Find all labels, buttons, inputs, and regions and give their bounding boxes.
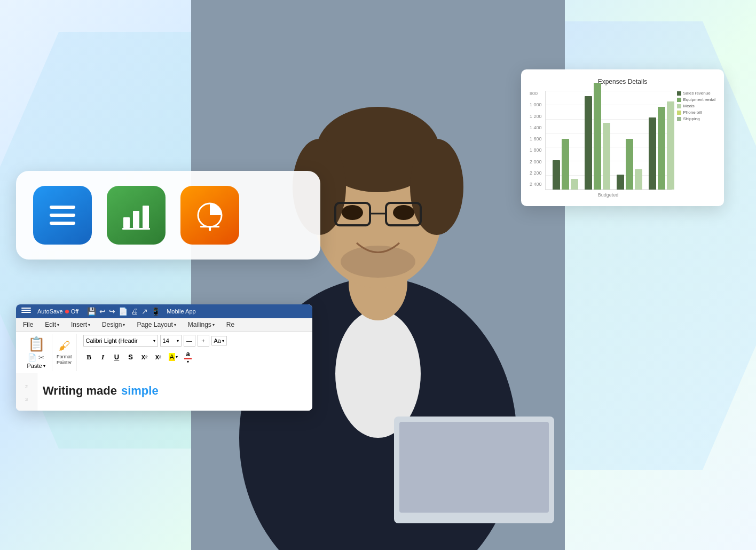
aa-label: Aa	[214, 337, 221, 344]
menu-design-arrow: ▾	[123, 323, 125, 327]
menu-mailings-arrow: ▾	[212, 323, 215, 327]
scissors-icon[interactable]: ✂	[38, 353, 44, 362]
powerpoint-app-icon[interactable]	[180, 186, 239, 245]
legend-phone: Phone bill	[677, 110, 715, 115]
menu-review-label: Re	[226, 321, 234, 328]
legend-label-equipment: Equipment rental	[683, 97, 715, 102]
print-icon[interactable]: 🖨	[131, 307, 138, 316]
bar-1-1	[553, 160, 560, 190]
svg-rect-16	[50, 206, 75, 209]
menu-bar: File Edit ▾ Insert ▾ Design ▾ Page Layou…	[16, 318, 312, 332]
menu-edit-label: Edit	[45, 321, 56, 328]
chart-panel: Expenses Details 2 400 2 200 2 000 1 800…	[521, 69, 724, 206]
share-icon[interactable]: ↗	[141, 307, 148, 316]
chart-bars-area: Budgeted	[545, 91, 672, 198]
subscript-btn[interactable]: X2	[139, 351, 151, 363]
font-color-a: a	[186, 350, 190, 358]
bold-btn[interactable]: B	[83, 351, 95, 363]
paste-arrow[interactable]: ▾	[43, 364, 45, 368]
font-color-btn[interactable]: a ▾	[182, 349, 194, 365]
svg-rect-24	[200, 226, 219, 227]
font-size-selector[interactable]: 14 ▾	[160, 335, 182, 347]
menu-page-layout[interactable]: Page Layout ▾	[135, 320, 177, 329]
bar-1-2	[562, 139, 569, 190]
redo-icon[interactable]: ↪	[109, 307, 115, 316]
mobile-icon[interactable]: 📱	[151, 307, 160, 316]
writing-text: Writing made simple	[43, 384, 302, 398]
bar-3-3	[635, 169, 642, 190]
format-painter-icon[interactable]: 🖌	[58, 339, 70, 353]
font-row2: B I U S X2 X2 A ▾ a	[83, 349, 227, 365]
chart-grid	[545, 91, 672, 190]
font-size-value: 14	[163, 337, 169, 344]
superscript-btn[interactable]: X2	[153, 351, 164, 363]
menu-design[interactable]: Design ▾	[100, 320, 127, 329]
mobile-app-button[interactable]: Mobile App	[167, 308, 195, 315]
main-scene: AutoSave Off 💾 ↩ ↪ 📄 🖨 ↗ 📱 Mobile App Fi…	[0, 0, 756, 550]
menu-insert[interactable]: Insert ▾	[69, 320, 92, 329]
new-doc-icon[interactable]: 📄	[119, 307, 128, 316]
svg-point-12	[342, 205, 363, 220]
font-name-arrow: ▾	[153, 339, 155, 343]
undo-icon[interactable]: ↩	[99, 307, 106, 316]
menu-file[interactable]: File	[21, 320, 35, 329]
app-icons-panel	[16, 171, 320, 260]
font-size-arrow: ▾	[177, 339, 179, 343]
excel-app-icon[interactable]	[107, 186, 166, 245]
change-case-btn[interactable]: Aa ▾	[211, 336, 227, 345]
bar-group-1	[553, 139, 578, 190]
bar-group-4	[649, 101, 674, 190]
copy-icon[interactable]: 📄	[28, 353, 36, 362]
legend-dot-sales	[677, 91, 681, 96]
paste-icon[interactable]: 📋	[28, 336, 45, 352]
bar-2-1	[585, 96, 592, 190]
legend-equipment: Equipment rental	[677, 97, 715, 102]
bar-3-1	[617, 175, 624, 190]
paste-area: 📋 📄 ✂ Paste ▾	[20, 334, 52, 371]
legend-label-shipping: Shipping	[683, 116, 700, 121]
bar-4-2	[658, 107, 665, 190]
menu-review[interactable]: Re	[225, 320, 236, 329]
toolbar-title-bar: AutoSave Off 💾 ↩ ↪ 📄 🖨 ↗ 📱 Mobile App	[16, 304, 312, 318]
font-name-value: Calibri Light (Headir	[86, 337, 138, 344]
format-painter-label: FormatPainter	[57, 354, 72, 366]
word-app-icon[interactable]	[33, 186, 92, 245]
bar-2-2	[594, 83, 601, 190]
highlight-icon: A	[169, 353, 176, 361]
chart-area: 2 400 2 200 2 000 1 800 1 600 1 400 1 20…	[530, 91, 715, 198]
bar-1-3	[571, 179, 578, 190]
menu-mailings[interactable]: Mailings ▾	[186, 320, 216, 329]
menu-edit-arrow: ▾	[57, 323, 59, 327]
word-menu-icon[interactable]	[21, 308, 31, 315]
menu-design-label: Design	[102, 321, 122, 328]
strikethrough-btn[interactable]: S	[125, 351, 137, 363]
font-color-arrow: ▾	[187, 359, 189, 364]
bar-4-1	[649, 117, 656, 190]
aa-arrow: ▾	[222, 339, 224, 343]
italic-btn[interactable]: I	[97, 351, 109, 363]
underline-btn[interactable]: U	[111, 351, 123, 363]
menu-page-layout-label: Page Layout	[137, 321, 172, 328]
svg-point-11	[341, 246, 415, 278]
writing-text-part1: Writing made	[43, 384, 117, 398]
font-name-selector[interactable]: Calibri Light (Headir ▾	[83, 335, 158, 347]
chart-y-axis: 2 400 2 200 2 000 1 800 1 600 1 400 1 20…	[530, 91, 545, 198]
legend-meals: Meals	[677, 104, 715, 108]
highlight-color-btn[interactable]: A ▾	[167, 352, 180, 362]
format-painter-area: 🖌 FormatPainter	[52, 337, 76, 368]
svg-rect-18	[50, 222, 75, 225]
chart-title: Expenses Details	[530, 78, 715, 85]
svg-rect-17	[50, 214, 75, 217]
menu-insert-arrow: ▾	[88, 323, 90, 327]
line-numbers: 2 3 4	[16, 373, 37, 411]
autosave-area: AutoSave Off	[37, 308, 78, 315]
clipboard-sub-icons: 📄 ✂	[28, 353, 44, 362]
svg-rect-15	[399, 422, 549, 513]
font-size-increase-btn[interactable]: +	[198, 335, 209, 347]
menu-edit[interactable]: Edit ▾	[43, 320, 61, 329]
save-icon[interactable]: 💾	[87, 307, 96, 316]
font-size-decrease-btn[interactable]: —	[184, 335, 195, 347]
bar-3-2	[626, 139, 633, 190]
menu-page-layout-arrow: ▾	[174, 323, 176, 327]
legend-dot-shipping	[677, 117, 681, 121]
